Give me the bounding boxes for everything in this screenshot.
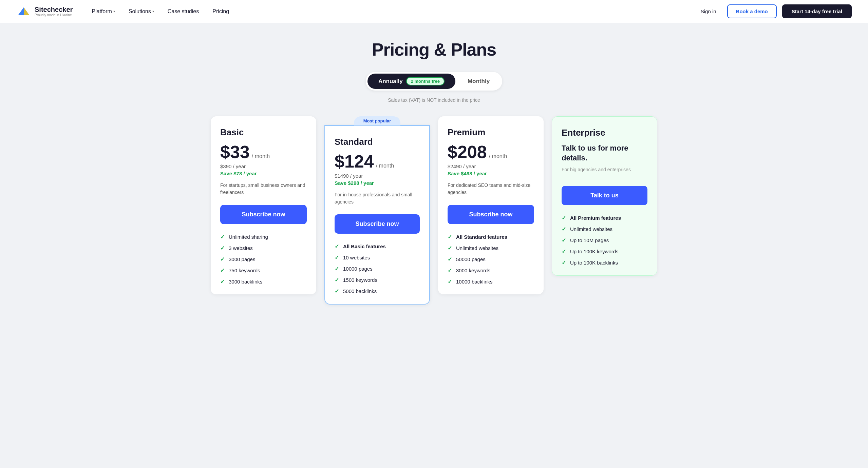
enterprise-card-wrapper: Enterprise Talk to us for more details. … [552,116,657,276]
list-item: ✓ 3000 backlinks [220,278,307,285]
nav-pricing[interactable]: Pricing [207,6,234,17]
list-item: ✓ Unlimited websites [562,226,647,232]
start-trial-button[interactable]: Start 14-day free trial [782,4,852,18]
nav-platform[interactable]: Platform ▾ [86,6,120,17]
enterprise-talk-button[interactable]: Talk to us [562,186,647,205]
list-item: ✓ 3 websites [220,245,307,251]
list-item: ✓ Unlimited sharing [220,234,307,240]
standard-price-row: $124 / month [335,153,420,170]
premium-save: Save $498 / year [448,171,534,176]
check-icon: ✓ [220,267,225,274]
premium-subscribe-button[interactable]: Subscribe now [448,205,534,224]
premium-description: For dedicated SEO teams and mid-size age… [448,182,534,197]
check-icon: ✓ [335,288,339,294]
logo-subtitle: Proudly made in Ukraine [35,13,73,17]
basic-description: For startups, small business owners and … [220,182,307,197]
enterprise-feature-list: ✓ All Premium features ✓ Unlimited websi… [562,215,647,266]
list-item: ✓ All Basic features [335,243,420,250]
enterprise-plan-name: Enterprise [562,128,647,138]
check-icon: ✓ [335,254,339,261]
basic-price-row: $33 / month [220,143,307,161]
list-item: ✓ 1500 keywords [335,277,420,283]
tax-note: Sales tax (VAT) is NOT included in the p… [211,97,657,103]
check-icon: ✓ [220,278,225,285]
basic-card-wrapper: Basic $33 / month $390 / year Save $78 /… [211,116,316,294]
premium-plan-name: Premium [448,127,534,138]
basic-year-price: $390 / year [220,163,307,169]
check-icon: ✓ [220,234,225,240]
logo[interactable]: Sitechecker Proudly made in Ukraine [16,5,73,18]
premium-price-row: $208 / month [448,143,534,161]
list-item: ✓ 750 keywords [220,267,307,274]
list-item: ✓ 3000 keywords [448,267,534,274]
popular-badge-wrap: Most popular [324,116,430,125]
enterprise-card: Enterprise Talk to us for more details. … [552,116,657,276]
basic-card: Basic $33 / month $390 / year Save $78 /… [211,116,316,294]
premium-card-wrapper: Premium $208 / month $2490 / year Save $… [438,116,544,294]
navbar-right: Sign in Book a demo Start 14-day free tr… [695,4,852,18]
list-item: ✓ Unlimited websites [448,245,534,251]
popular-badge: Most popular [354,116,401,125]
list-item: ✓ All Standard features [448,234,534,240]
standard-card: Standard $124 / month $1490 / year Save … [324,125,430,305]
list-item: ✓ 50000 pages [448,256,534,262]
check-icon: ✓ [220,256,225,262]
navbar-left: Sitechecker Proudly made in Ukraine Plat… [16,5,234,18]
book-demo-button[interactable]: Book a demo [727,4,777,18]
nav-links: Platform ▾ Solutions ▾ Case studies Pric… [86,6,234,17]
check-icon: ✓ [335,277,339,283]
standard-card-wrapper: Most popular Standard $124 / month $1490… [324,116,430,305]
check-icon: ✓ [448,234,452,240]
list-item: ✓ 3000 pages [220,256,307,262]
premium-card: Premium $208 / month $2490 / year Save $… [438,116,544,294]
list-item: ✓ 10000 backlinks [448,278,534,285]
check-icon: ✓ [335,266,339,272]
billing-toggle: Annually 2 months free Monthly [366,72,502,91]
check-icon: ✓ [562,226,566,232]
chevron-down-icon: ▾ [152,9,154,13]
standard-price-amount: $124 [335,153,374,170]
premium-feature-list: ✓ All Standard features ✓ Unlimited webs… [448,234,534,285]
standard-subscribe-button[interactable]: Subscribe now [335,214,420,234]
enterprise-price-desc: Talk to us for more details. [562,143,647,163]
logo-icon [16,5,31,18]
chevron-down-icon: ▾ [113,9,115,13]
check-icon: ✓ [448,256,452,262]
basic-save: Save $78 / year [220,171,307,176]
basic-feature-list: ✓ Unlimited sharing ✓ 3 websites ✓ 3000 … [220,234,307,285]
nav-solutions[interactable]: Solutions ▾ [123,6,159,17]
basic-subscribe-button[interactable]: Subscribe now [220,205,307,224]
list-item: ✓ Up to 100K backlinks [562,259,647,266]
toggle-monthly[interactable]: Monthly [457,75,501,88]
list-item: ✓ 10000 pages [335,266,420,272]
check-icon: ✓ [448,267,452,274]
logo-name: Sitechecker [35,6,73,13]
pricing-cards-grid: Basic $33 / month $390 / year Save $78 /… [211,116,657,305]
standard-plan-name: Standard [335,137,420,147]
check-icon: ✓ [335,243,339,250]
premium-price-amount: $208 [448,143,487,161]
standard-feature-list: ✓ All Basic features ✓ 10 websites ✓ 100… [335,243,420,294]
list-item: ✓ All Premium features [562,215,647,221]
page-title: Pricing & Plans [211,39,657,60]
billing-toggle-wrap: Annually 2 months free Monthly [211,72,657,91]
check-icon: ✓ [562,237,566,243]
check-icon: ✓ [220,245,225,251]
navbar: Sitechecker Proudly made in Ukraine Plat… [0,0,868,23]
list-item: ✓ 5000 backlinks [335,288,420,294]
list-item: ✓ Up to 10M pages [562,237,647,243]
standard-description: For in-house professionals and small age… [335,191,420,206]
list-item: ✓ Up to 100K keywords [562,248,647,255]
basic-plan-name: Basic [220,127,307,138]
premium-year-price: $2490 / year [448,163,534,169]
check-icon: ✓ [448,245,452,251]
list-item: ✓ 10 websites [335,254,420,261]
main-content: Pricing & Plans Annually 2 months free M… [200,23,668,332]
check-icon: ✓ [562,215,566,221]
signin-button[interactable]: Sign in [695,6,722,17]
standard-year-price: $1490 / year [335,173,420,179]
nav-case-studies[interactable]: Case studies [162,6,205,17]
months-free-badge: 2 months free [406,77,445,85]
toggle-annually[interactable]: Annually 2 months free [367,74,455,89]
basic-price-amount: $33 [220,143,250,161]
